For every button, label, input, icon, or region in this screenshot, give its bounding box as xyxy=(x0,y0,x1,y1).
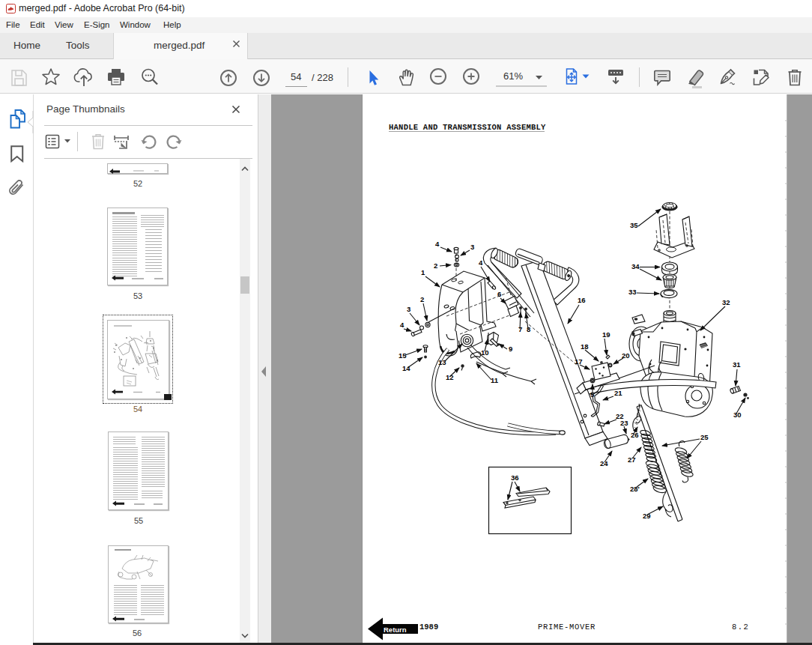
svg-text:29: 29 xyxy=(643,512,651,520)
svg-text:32: 32 xyxy=(722,298,730,306)
svg-text:2: 2 xyxy=(420,295,424,303)
svg-text:35: 35 xyxy=(630,221,638,229)
svg-text:6: 6 xyxy=(497,290,501,298)
svg-text:11: 11 xyxy=(491,376,499,384)
svg-text:4: 4 xyxy=(435,240,440,248)
svg-text:HANDLE AND TRANSMISSION ASSEMB: HANDLE AND TRANSMISSION ASSEMBLY xyxy=(389,123,546,132)
svg-text:Return: Return xyxy=(384,626,407,634)
svg-text:4: 4 xyxy=(479,258,483,267)
svg-text:18: 18 xyxy=(581,342,589,351)
svg-text:19: 19 xyxy=(602,330,610,339)
svg-text:9: 9 xyxy=(509,345,512,353)
svg-text:24: 24 xyxy=(600,459,608,467)
svg-text:33: 33 xyxy=(628,288,637,296)
svg-text:8.2: 8.2 xyxy=(732,623,749,632)
svg-text:/ 228: / 228 xyxy=(312,72,333,83)
svg-text:16: 16 xyxy=(578,296,586,304)
svg-text:27: 27 xyxy=(628,455,636,464)
svg-text:2: 2 xyxy=(434,261,437,270)
svg-text:61%: 61% xyxy=(503,70,523,82)
svg-text:34: 34 xyxy=(631,262,640,270)
svg-text:3: 3 xyxy=(470,243,474,251)
svg-text:23: 23 xyxy=(620,419,628,427)
svg-text:25: 25 xyxy=(700,433,709,441)
svg-text:4: 4 xyxy=(400,321,405,329)
svg-text:13: 13 xyxy=(438,358,446,366)
svg-text:17: 17 xyxy=(575,357,583,366)
svg-text:54: 54 xyxy=(291,71,301,82)
svg-text:15: 15 xyxy=(399,351,407,360)
svg-text:31: 31 xyxy=(733,360,741,369)
svg-text:PRIME-MOVER: PRIME-MOVER xyxy=(538,623,596,632)
svg-text:1: 1 xyxy=(421,268,425,276)
svg-text:1989: 1989 xyxy=(419,623,438,632)
svg-text:3: 3 xyxy=(407,305,410,313)
svg-text:36: 36 xyxy=(511,473,519,482)
svg-text:21: 21 xyxy=(614,389,622,397)
svg-text:14: 14 xyxy=(402,364,410,372)
svg-text:8: 8 xyxy=(527,325,530,333)
